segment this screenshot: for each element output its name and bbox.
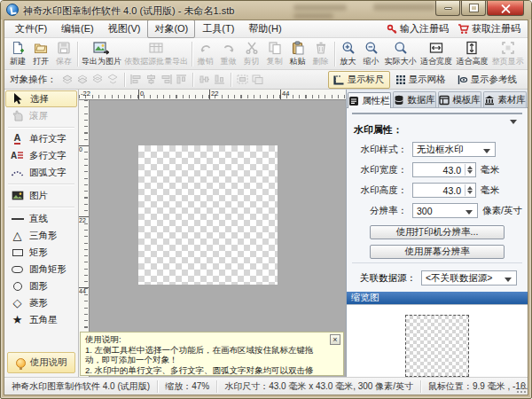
tool-single-line-text[interactable]: A 单行文字 [4,130,78,147]
tool-pan[interactable]: 滚屏 [4,107,78,124]
window-title: 神奇水印图章制作软件 4.0 (试用版) - 未命名1.stb [23,4,234,18]
whole-page-button[interactable]: 整页显示 [490,39,526,68]
export-image-button[interactable]: 导出为图片 [80,39,123,68]
menu-help[interactable]: 帮助(H) [241,20,288,38]
titlebar-glass-artifact [293,4,347,11]
width-input[interactable]: 43.0 [412,162,476,177]
single-line-text-icon: A [10,133,25,145]
style-dropdown[interactable]: 无边框水印 [412,142,496,157]
tool-sidebar: 选择 滚屏 A 单行文字 A 多行文字 圆弧文字 [4,90,79,377]
align-center-h-icon[interactable] [145,74,158,85]
tool-star[interactable]: ★ 五角星 [4,311,78,328]
send-backward-icon[interactable] [106,74,120,85]
align-left-icon[interactable] [129,74,143,85]
show-guides-toggle[interactable]: 显示参考线 [451,71,523,89]
tool-image[interactable]: 图片 [4,187,78,204]
chevron-down-icon [483,149,490,157]
send-to-back-icon[interactable] [76,74,90,85]
horizontal-ruler: -22 0 22 44 [79,90,346,100]
spinner-arrows[interactable] [465,184,474,196]
menu-tools[interactable]: 工具(T) [195,20,241,38]
tool-rectangle[interactable]: 矩形 [4,244,78,261]
tool-circle[interactable]: 圆形 [4,278,78,294]
undo-button[interactable]: 撤销 [194,39,217,68]
same-width-icon[interactable] [236,74,249,85]
height-input[interactable]: 43.0 [412,183,476,198]
triangle-icon: △ [10,230,25,241]
tool-diamond[interactable]: ◇ 菱形 [4,294,78,311]
zoom-out-button[interactable]: 缩小 [360,39,383,68]
tool-select[interactable]: 选择 [5,90,77,107]
dpi-dropdown[interactable]: 300 [412,203,478,218]
get-register-code-link[interactable]: 获取注册码 [458,22,520,35]
zoom-in-button[interactable]: 放大 [337,39,360,68]
delete-button[interactable]: 删除 [309,39,332,68]
menu-view[interactable]: 视图(V) [101,20,148,38]
tab-database[interactable]: 数据库 [393,91,436,107]
align-bottom-icon[interactable] [213,74,226,85]
object-selector-dropdown[interactable] [352,113,522,114]
actual-size-button[interactable]: 实际大小 [383,39,419,68]
datasource-dropdown[interactable]: <不关联数据源> [421,270,517,286]
canvas-area[interactable]: -22 0 22 44 0 22 44 使用说明: 1. 左侧工具栏中选择一个功… [79,90,346,377]
cut-button[interactable]: 剪切 [240,39,263,68]
show-grid-toggle[interactable]: 显示网格 [390,71,451,89]
tab-materials[interactable]: 素材库 [483,91,527,107]
tab-templates[interactable]: 模板库 [438,91,481,107]
tab-properties[interactable]: 属性栏 [348,92,391,108]
maximize-button[interactable] [461,1,486,16]
tool-line[interactable]: 直线 [4,210,78,227]
zoom-in-icon [341,41,356,55]
tool-multi-line-text[interactable]: A 多行文字 [4,147,78,164]
toolbox-divider [8,127,74,128]
tool-triangle[interactable]: △ 三角形 [4,227,78,244]
same-size-icon[interactable] [251,74,264,85]
batch-export-icon [148,41,164,55]
minimize-icon [444,7,452,10]
paste-button[interactable]: 粘贴 [286,39,309,68]
redo-icon [222,41,236,55]
help-close-button[interactable]: × [330,334,340,345]
chevron-down-icon [505,278,512,286]
enter-register-code-link[interactable]: 输入注册码 [387,22,449,35]
properties-icon [348,96,359,106]
tool-arc-text[interactable]: 圆弧文字 [4,164,78,181]
batch-export-button[interactable]: 依数据源批量导出 [123,39,190,68]
export-image-icon [93,41,109,55]
toolbox-divider [8,184,74,184]
use-printer-dpi-button[interactable]: 使用打印机分辨率... [370,225,505,239]
grid-icon [395,74,406,85]
use-screen-dpi-button[interactable]: 使用屏幕分辨率 [370,245,505,259]
new-file-icon [11,41,25,55]
align-right-icon[interactable] [160,74,173,85]
show-ruler-toggle[interactable]: 显示标尺 [328,71,390,89]
menu-edit[interactable]: 编辑(E) [54,20,101,38]
whole-page-icon [501,41,515,55]
minimize-button[interactable] [435,1,460,16]
align-top-icon[interactable] [175,74,188,85]
save-button[interactable]: 保存 [52,39,75,68]
usage-help-button[interactable]: 使用说明 [7,352,75,373]
spinner-arrows[interactable] [465,164,474,176]
new-button[interactable]: 新建 [6,39,29,68]
bring-to-front-icon[interactable] [61,74,74,85]
fit-height-button[interactable]: 适合高度 [454,39,489,68]
copy-button[interactable]: 复制 [263,39,286,68]
resize-grip[interactable] [517,384,527,394]
menu-file[interactable]: 文件(F) [8,20,54,38]
open-button[interactable]: 打开 [29,39,52,68]
width-label: 水印宽度： [352,164,407,176]
close-button[interactable] [487,1,524,16]
fit-width-button[interactable]: 适合宽度 [419,39,454,68]
svg-text:A: A [11,151,17,160]
tool-rounded-rectangle[interactable]: 圆角矩形 [4,261,78,278]
status-bar: 神奇水印图章制作软件 4.0 (试用版) 缩放：47% 水印尺寸：43.0 毫米… [4,377,528,395]
status-app-name: 神奇水印图章制作软件 4.0 (试用版) [4,380,158,393]
bring-forward-icon[interactable] [91,74,105,85]
menu-object[interactable]: 对象(O) [147,20,195,38]
toolbar-separator [334,42,335,66]
toolbar-separator [192,42,192,66]
redo-button[interactable]: 重做 [217,39,240,68]
align-middle-v-icon[interactable] [198,74,211,85]
style-label: 水印样式： [352,144,407,156]
